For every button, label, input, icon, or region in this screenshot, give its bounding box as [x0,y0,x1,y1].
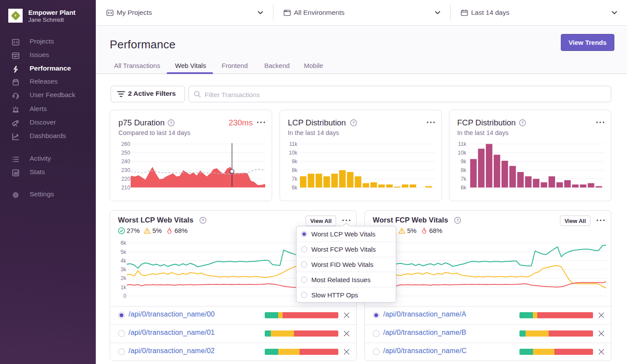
svg-text:8k: 8k [461,167,467,173]
svg-text:10k: 10k [289,150,298,156]
svg-text:10k: 10k [458,150,467,156]
svg-text:4k: 4k [121,258,127,264]
svg-text:210: 210 [121,185,130,191]
svg-text:1k: 1k [121,284,127,290]
svg-text:0: 0 [123,293,126,299]
svg-text:11k: 11k [458,141,467,147]
svg-text:240: 240 [121,158,130,165]
svg-text:9k: 9k [461,158,467,165]
svg-text:2k: 2k [121,275,127,281]
svg-text:3k: 3k [121,266,127,273]
svg-text:11k: 11k [289,141,298,147]
svg-text:5k: 5k [121,249,127,255]
svg-text:230: 230 [121,167,130,173]
svg-text:9k: 9k [292,158,298,165]
svg-text:6k: 6k [121,240,127,246]
svg-text:6k: 6k [292,185,298,191]
svg-text:260: 260 [121,141,130,147]
svg-text:8k: 8k [292,167,298,173]
svg-text:7k: 7k [292,176,298,182]
svg-text:220: 220 [121,176,130,182]
svg-text:7k: 7k [461,176,467,182]
svg-text:250: 250 [121,150,130,156]
svg-text:6k: 6k [461,185,467,191]
